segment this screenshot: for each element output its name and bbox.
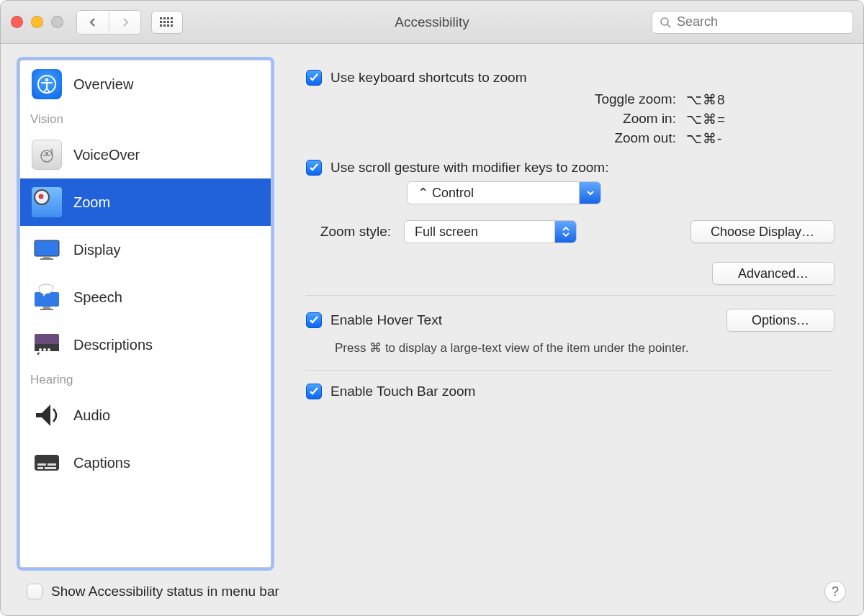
svg-rect-36 bbox=[37, 467, 43, 469]
window-controls bbox=[11, 16, 63, 28]
sidebar-item-label: Overview bbox=[73, 76, 133, 93]
show-all-button[interactable] bbox=[151, 11, 183, 34]
svg-rect-9 bbox=[163, 24, 166, 27]
sidebar-item-label: Zoom bbox=[73, 194, 110, 211]
sidebar-item-captions[interactable]: Captions bbox=[20, 439, 271, 486]
accessibility-preferences-window: Accessibility Overview Vision bbox=[0, 0, 864, 616]
help-button[interactable]: ? bbox=[824, 581, 846, 602]
titlebar: Accessibility bbox=[1, 1, 863, 44]
svg-rect-5 bbox=[163, 21, 166, 23]
zoom-in-keys: ⌥⌘= bbox=[686, 111, 834, 127]
sidebar-section-vision: Vision bbox=[20, 108, 271, 131]
sidebar-item-label: VoiceOver bbox=[73, 147, 140, 163]
svg-rect-35 bbox=[48, 463, 56, 466]
zoom-in-label: Zoom in: bbox=[486, 111, 676, 127]
svg-rect-11 bbox=[171, 24, 173, 27]
body: Overview Vision VoiceOver Zoom bbox=[1, 44, 863, 574]
search-icon bbox=[660, 17, 671, 28]
enable-hover-text-checkbox[interactable] bbox=[306, 312, 322, 328]
svg-point-32 bbox=[48, 348, 50, 351]
keyboard-shortcuts-list: Toggle zoom: ⌥⌘8 Zoom in: ⌥⌘= Zoom out: … bbox=[486, 91, 834, 147]
sidebar-item-zoom[interactable]: Zoom bbox=[20, 178, 271, 226]
modifier-key-select[interactable]: ⌃ Control bbox=[407, 181, 601, 204]
nav-back-forward bbox=[76, 10, 141, 35]
captions-icon bbox=[32, 448, 62, 478]
zoom-style-label: Zoom style: bbox=[306, 224, 391, 240]
svg-rect-7 bbox=[171, 21, 173, 23]
sidebar-item-label: Display bbox=[73, 242, 121, 258]
show-status-menu-bar-checkbox[interactable] bbox=[27, 584, 42, 599]
voiceover-icon bbox=[32, 140, 62, 170]
check-icon bbox=[309, 163, 319, 173]
chevron-right-icon bbox=[121, 18, 130, 27]
svg-rect-8 bbox=[160, 24, 162, 27]
zoom-icon bbox=[32, 187, 62, 217]
enable-touch-bar-zoom-checkbox[interactable] bbox=[306, 384, 322, 399]
svg-rect-23 bbox=[43, 256, 50, 258]
display-icon bbox=[32, 235, 62, 265]
use-keyboard-shortcuts-label: Use keyboard shortcuts to zoom bbox=[330, 70, 526, 86]
sidebar-item-label: Speech bbox=[73, 289, 122, 306]
svg-rect-0 bbox=[160, 17, 162, 19]
zoom-window-button[interactable] bbox=[51, 16, 63, 28]
svg-rect-25 bbox=[35, 292, 59, 307]
zoom-style-select[interactable]: Full screen bbox=[404, 220, 577, 243]
forward-button[interactable] bbox=[109, 11, 140, 34]
minimize-window-button[interactable] bbox=[31, 16, 43, 28]
sidebar-item-display[interactable]: Display bbox=[20, 226, 271, 273]
svg-rect-37 bbox=[45, 467, 56, 469]
advanced-button[interactable]: Advanced… bbox=[712, 262, 834, 285]
search-field[interactable] bbox=[652, 11, 853, 34]
svg-point-17 bbox=[45, 152, 48, 155]
sidebar-item-speech[interactable]: Speech bbox=[20, 273, 271, 321]
svg-rect-34 bbox=[37, 463, 46, 466]
chevron-down-icon bbox=[579, 182, 600, 204]
svg-point-15 bbox=[45, 78, 49, 82]
chevron-left-icon bbox=[89, 18, 97, 27]
sidebar-item-descriptions[interactable]: Descriptions bbox=[20, 321, 271, 368]
svg-point-31 bbox=[43, 348, 46, 351]
use-scroll-gesture-checkbox[interactable] bbox=[306, 160, 322, 176]
use-keyboard-shortcuts-checkbox[interactable] bbox=[306, 70, 322, 86]
choose-display-button[interactable]: Choose Display… bbox=[690, 220, 834, 243]
sidebar-item-voiceover[interactable]: VoiceOver bbox=[20, 131, 271, 178]
sidebar-item-label: Captions bbox=[73, 455, 130, 471]
close-window-button[interactable] bbox=[11, 16, 23, 28]
sidebar-item-audio[interactable]: Audio bbox=[20, 391, 271, 439]
sidebar-item-label: Descriptions bbox=[73, 337, 153, 353]
svg-point-30 bbox=[39, 348, 42, 351]
sidebar-item-overview[interactable]: Overview bbox=[20, 60, 271, 108]
accessibility-icon bbox=[32, 69, 62, 99]
grid-icon bbox=[160, 17, 174, 27]
check-icon bbox=[309, 73, 319, 83]
check-icon bbox=[309, 315, 319, 325]
hover-text-options-button[interactable]: Options… bbox=[726, 309, 834, 332]
svg-rect-4 bbox=[160, 21, 162, 23]
enable-touch-bar-zoom-label: Enable Touch Bar zoom bbox=[330, 384, 475, 399]
settings-panel: Use keyboard shortcuts to zoom Toggle zo… bbox=[287, 60, 847, 568]
speech-icon bbox=[32, 282, 62, 312]
svg-line-13 bbox=[667, 24, 670, 27]
zoom-out-keys: ⌥⌘- bbox=[686, 130, 834, 147]
svg-rect-3 bbox=[171, 17, 173, 19]
sidebar[interactable]: Overview Vision VoiceOver Zoom bbox=[19, 60, 271, 568]
audio-icon bbox=[32, 400, 62, 430]
sidebar-section-hearing: Hearing bbox=[20, 368, 271, 391]
back-button[interactable] bbox=[77, 11, 109, 34]
svg-rect-27 bbox=[40, 309, 53, 310]
svg-rect-6 bbox=[167, 21, 169, 23]
zoom-out-label: Zoom out: bbox=[486, 130, 676, 147]
svg-rect-24 bbox=[40, 258, 53, 260]
descriptions-icon bbox=[32, 330, 62, 360]
search-input[interactable] bbox=[677, 14, 845, 30]
svg-rect-10 bbox=[167, 24, 169, 27]
toggle-zoom-keys: ⌥⌘8 bbox=[686, 91, 834, 108]
check-icon bbox=[309, 386, 319, 397]
divider bbox=[306, 370, 834, 371]
svg-rect-1 bbox=[163, 17, 166, 19]
svg-rect-2 bbox=[167, 17, 169, 19]
svg-rect-29 bbox=[35, 344, 59, 351]
svg-point-20 bbox=[39, 194, 44, 199]
updown-icon bbox=[554, 221, 576, 243]
svg-rect-26 bbox=[43, 307, 50, 309]
